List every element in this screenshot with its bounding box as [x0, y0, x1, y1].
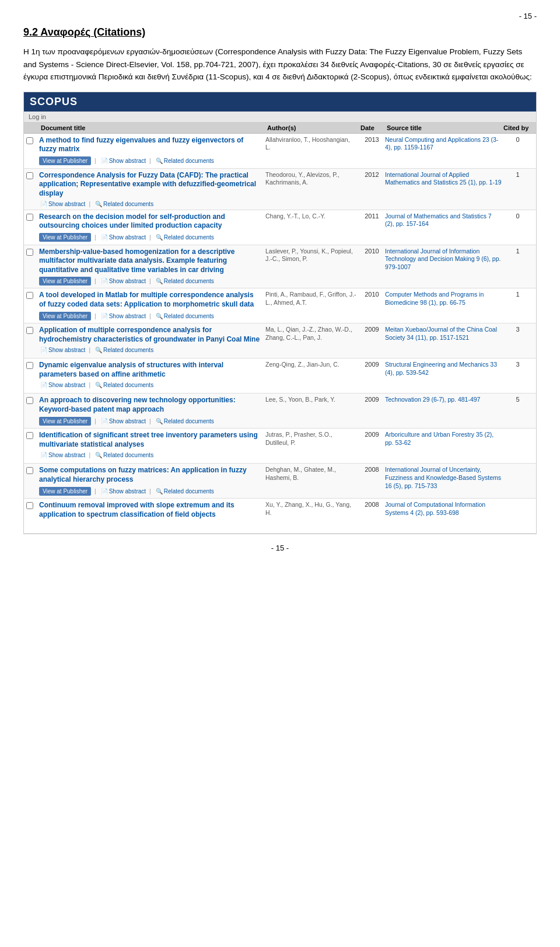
row-checkbox[interactable] [26, 502, 33, 509]
date-col: 2010 [359, 291, 385, 298]
table-row: An approach to discovering new technolog… [24, 394, 536, 429]
date-col: 2009 [359, 431, 385, 438]
scopus-subheader[interactable]: Log in [24, 112, 536, 123]
show-abstract-link[interactable]: 📄 Show abstract [39, 452, 85, 458]
table-row: Dynamic eigenvalue analysis of structure… [24, 358, 536, 394]
row-checkbox-col [26, 396, 39, 404]
doc-title-link[interactable]: Correspondence Analysis for Fuzzy Data (… [39, 171, 262, 199]
doc-title-link[interactable]: Application of multiple correspondence a… [39, 326, 262, 344]
date-col: 2009 [359, 361, 385, 368]
related-documents-link[interactable]: 🔍 Related documents [94, 382, 153, 388]
separator: | [149, 313, 151, 319]
related-documents-link[interactable]: 🔍 Related documents [155, 158, 214, 164]
row-checkbox-col [26, 326, 39, 334]
row-checkbox-col [26, 136, 39, 144]
source-col: Structural Engineering and Mechanics 33 … [385, 361, 502, 377]
date-col: 2008 [359, 501, 385, 508]
authors-col: Dehghan, M., Ghatee, M., Hashemi, B. [265, 466, 359, 482]
cited-col: 5 [502, 396, 534, 403]
doc-title-link[interactable]: An approach to discovering new technolog… [39, 396, 262, 414]
view-at-publisher-button[interactable]: View at Publisher [39, 487, 91, 496]
related-documents-link[interactable]: 🔍 Related documents [94, 201, 153, 207]
col-doc-title: Document title [39, 124, 265, 131]
related-documents-link[interactable]: 🔍 Related documents [155, 278, 214, 284]
related-documents-link[interactable]: 🔍 Related documents [155, 488, 214, 495]
scopus-login-link[interactable]: Log in [29, 113, 46, 120]
related-documents-label: Related documents [103, 452, 153, 458]
row-checkbox[interactable] [26, 432, 33, 439]
show-abstract-link[interactable]: 📄 Show abstract [100, 234, 146, 241]
row-checkbox[interactable] [26, 327, 33, 334]
related-documents-link[interactable]: 🔍 Related documents [94, 452, 153, 458]
separator: | [149, 488, 151, 495]
col-date: Date [359, 124, 385, 131]
date-col: 2011 [359, 213, 385, 220]
doc-icon: 📄 [101, 278, 108, 284]
row-checkbox[interactable] [26, 467, 33, 474]
cited-col: 1 [502, 171, 534, 178]
view-at-publisher-button[interactable]: View at Publisher [39, 277, 91, 286]
date-col: 2012 [359, 171, 385, 178]
view-at-publisher-button[interactable]: View at Publisher [39, 312, 91, 321]
doc-title-link[interactable]: Some computations on fuzzy matrices: An … [39, 466, 262, 484]
row-checkbox[interactable] [26, 397, 33, 404]
view-at-publisher-button[interactable]: View at Publisher [39, 233, 91, 242]
table-row: Continuum removal improved with slope ex… [24, 499, 536, 534]
show-abstract-link[interactable]: 📄 Show abstract [39, 347, 85, 353]
show-abstract-link[interactable]: 📄 Show abstract [39, 382, 85, 388]
related-documents-link[interactable]: 🔍 Related documents [155, 234, 214, 241]
doc-icon: 📄 [101, 418, 108, 424]
related-documents-label: Related documents [164, 234, 214, 241]
table-row: Membership-value-based homogenization fo… [24, 245, 536, 289]
authors-col: Chang, Y.-T., Lo, C.-Y. [265, 213, 359, 221]
related-documents-link[interactable]: 🔍 Related documents [94, 347, 153, 353]
show-abstract-link[interactable]: 📄 Show abstract [39, 201, 85, 207]
row-checkbox[interactable] [26, 292, 33, 299]
row-checkbox[interactable] [26, 172, 33, 179]
table-row: Identification of significant street tre… [24, 429, 536, 464]
row-checkbox[interactable] [26, 362, 33, 369]
doc-icon: 📄 [101, 158, 108, 164]
doc-title-link[interactable]: Membership-value-based homogenization fo… [39, 248, 262, 275]
doc-actions: View at Publisher|📄 Show abstract|🔍 Rela… [39, 417, 262, 426]
row-checkbox[interactable] [26, 249, 33, 256]
doc-title-col: An approach to discovering new technolog… [39, 396, 265, 425]
table-row: A method to find fuzzy eigenvalues and f… [24, 134, 536, 169]
doc-title-link[interactable]: A tool developed in Matlab for multiple … [39, 291, 262, 309]
doc-title-link[interactable]: Research on the decision model for self-… [39, 213, 262, 231]
show-abstract-link[interactable]: 📄 Show abstract [100, 418, 146, 424]
doc-actions: View at Publisher|📄 Show abstract|🔍 Rela… [39, 277, 262, 286]
date-col: 2008 [359, 466, 385, 473]
separator: | [89, 452, 90, 458]
doc-title-col: Research on the decision model for self-… [39, 213, 265, 242]
cited-col: 1 [502, 248, 534, 255]
doc-icon: 📄 [40, 201, 47, 207]
related-documents-link[interactable]: 🔍 Related documents [155, 313, 214, 319]
doc-actions: 📄 Show abstract|🔍 Related documents [39, 201, 262, 207]
separator: | [149, 158, 151, 164]
source-col: International Journal of Uncertainty, Fu… [385, 466, 502, 490]
related-documents-label: Related documents [103, 347, 153, 353]
doc-title-link[interactable]: Identification of significant street tre… [39, 431, 262, 449]
show-abstract-link[interactable]: 📄 Show abstract [100, 313, 146, 319]
doc-title-link[interactable]: Continuum removal improved with slope ex… [39, 501, 262, 519]
row-checkbox[interactable] [26, 137, 33, 144]
row-checkbox[interactable] [26, 214, 33, 221]
view-at-publisher-button[interactable]: View at Publisher [39, 417, 91, 426]
cited-col: 1 [502, 291, 534, 298]
show-abstract-label: Show abstract [109, 158, 146, 164]
intro-paragraph: Η 1η των προαναφερόμενων εργασιών-δημοσι… [23, 46, 537, 83]
show-abstract-link[interactable]: 📄 Show abstract [100, 488, 146, 495]
related-documents-link[interactable]: 🔍 Related documents [155, 418, 214, 424]
row-checkbox-col [26, 171, 39, 179]
search-icon: 🔍 [156, 488, 163, 495]
doc-title-link[interactable]: Dynamic eigenvalue analysis of structure… [39, 361, 262, 379]
show-abstract-link[interactable]: 📄 Show abstract [100, 278, 146, 284]
authors-col: Theodorou, Y., Alevizos, P., Kachrimanis… [265, 171, 359, 187]
table-row: Correspondence Analysis for Fuzzy Data (… [24, 169, 536, 210]
view-at-publisher-button[interactable]: View at Publisher [39, 156, 91, 165]
show-abstract-link[interactable]: 📄 Show abstract [100, 158, 146, 164]
authors-col: Pinti, A., Rambaud, F., Griffon, J.-L., … [265, 291, 359, 307]
doc-title-col: Membership-value-based homogenization fo… [39, 248, 265, 286]
doc-title-link[interactable]: A method to find fuzzy eigenvalues and f… [39, 136, 262, 154]
